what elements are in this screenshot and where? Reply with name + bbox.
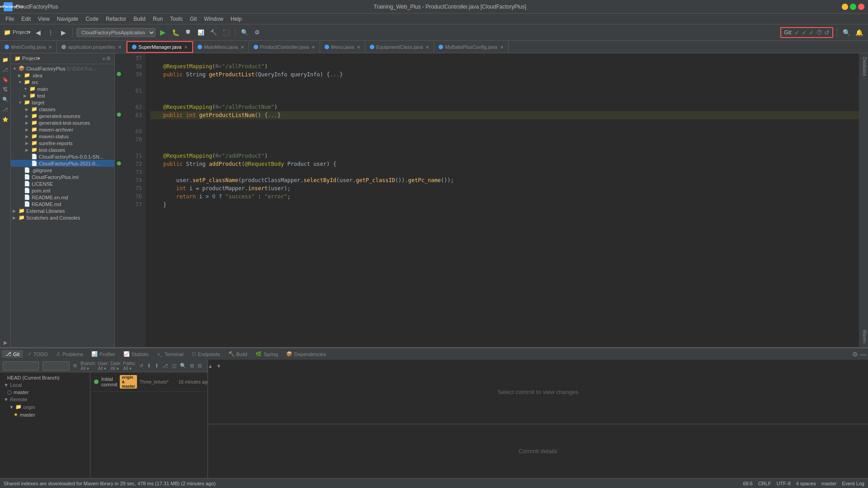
profile-button[interactable]: 📊 (195, 27, 206, 38)
app-selector[interactable]: CloudFactoryPlusApplication (76, 28, 156, 37)
tab-supermanager[interactable]: SuperManager.java ✕ (127, 41, 193, 53)
git-search-log[interactable]: 🔍 (179, 362, 188, 369)
toolbar-notification-btn[interactable]: 🔔 (854, 27, 864, 38)
menu-help[interactable]: Help (227, 15, 245, 23)
right-tab-maven[interactable]: Maven (859, 326, 868, 347)
git-commit-view[interactable]: ◫ (170, 362, 178, 369)
branch-local-header[interactable]: ▼ Local (0, 381, 90, 389)
git-push[interactable]: ⬆ (153, 362, 160, 369)
tab-close-supermanager[interactable]: ✕ (184, 45, 188, 50)
menu-build[interactable]: Build (130, 15, 149, 23)
bottom-tab-endpoints[interactable]: ⬡ Endpoints (188, 350, 224, 358)
menu-window[interactable]: Window (200, 15, 227, 23)
status-crlf[interactable]: CRLF (758, 481, 771, 486)
menu-view[interactable]: View (34, 15, 53, 23)
branch-remote-master[interactable]: ★ master (0, 411, 90, 418)
bottom-tab-terminal[interactable]: >_ Terminal (153, 351, 187, 358)
tab-application-properties[interactable]: application.properties ✕ (57, 41, 127, 53)
git-panel-minimize[interactable]: — (860, 351, 866, 358)
tree-src[interactable]: ▼ 📁 src (11, 79, 114, 85)
menu-navigate[interactable]: Navigate (53, 15, 82, 23)
tree-readme[interactable]: ▶ 📄 README.md (11, 201, 114, 207)
git-check-btn-1[interactable]: ✓ (794, 29, 800, 36)
git-clock-btn[interactable]: ⏱ (816, 29, 822, 36)
side-icon-bookmark[interactable]: 🔖 (1, 75, 10, 84)
stop-button[interactable]: ⬛ (221, 27, 231, 38)
tree-surefire-reports[interactable]: ▶ 📁 surefire-reports (11, 140, 114, 146)
tab-mybatisplusconfig[interactable]: MyBatisPlusConfig.java ✕ (434, 41, 509, 53)
tree-test[interactable]: ▶ 📁 test (11, 92, 114, 99)
side-icon-more[interactable]: ▶ (1, 338, 10, 347)
branch-head-current[interactable]: HEAD (Current Branch) (0, 374, 90, 381)
tab-close-properties[interactable]: ✕ (118, 45, 122, 50)
menu-refactor[interactable]: Refactor (102, 15, 130, 23)
git-branch-view[interactable]: ⎇ (161, 362, 170, 369)
tree-pom[interactable]: ▶ 📄 pom.xml (11, 187, 114, 194)
tab-productcontroller[interactable]: ProductController.java ✕ (249, 41, 320, 53)
git-refresh-log[interactable]: ↺ (138, 362, 145, 369)
tree-generated-test-sources[interactable]: ▶ 📁 generated-test-sources (11, 119, 114, 126)
git-layout[interactable]: ⊟ (196, 362, 203, 369)
side-icon-git[interactable]: ⎇ (1, 105, 10, 114)
coverage-button[interactable]: ⛊ (183, 27, 193, 38)
tree-scratches[interactable]: ▶ 📁 Scratches and Consoles (11, 214, 114, 221)
tree-readme-en[interactable]: ▶ 📄 README.en.md (11, 194, 114, 201)
tab-menu[interactable]: Menu.java ✕ (320, 41, 365, 53)
status-indent[interactable]: 4 spaces (796, 481, 816, 486)
menu-git[interactable]: Git (186, 15, 200, 23)
tree-maven-status[interactable]: ▶ 📁 maven-status (11, 133, 114, 140)
tab-close-equipmentclass[interactable]: ✕ (425, 45, 429, 50)
toolbar-nav-back[interactable]: ◀ (33, 27, 43, 38)
git-commit-filter[interactable] (42, 361, 70, 371)
git-filter-settings[interactable]: ⚙ (71, 362, 79, 369)
tree-classes[interactable]: ▶ 📁 classes (11, 106, 114, 113)
side-icon-project[interactable]: 📁 (1, 55, 10, 64)
bottom-tab-profiler[interactable]: 📊 Profiler (88, 350, 119, 358)
tree-external-libraries[interactable]: ▶ 📁 External Libraries (11, 207, 114, 214)
tree-iml[interactable]: ▶ 📄 CloudFactoryPlus.iml (11, 174, 114, 180)
toolbar-search-btn[interactable]: 🔍 (841, 27, 852, 38)
right-tab-database[interactable]: Database (859, 53, 868, 80)
side-icon-commit[interactable]: ⎇ (1, 65, 10, 74)
editor-code[interactable]: @RequestMapping(®✓"/allProduct") public … (146, 53, 859, 347)
bottom-tab-todo[interactable]: ✓ TODO (24, 350, 52, 358)
git-branch-search[interactable] (3, 361, 39, 371)
commit-item-0[interactable]: Initial commit origin & master Three_kni… (90, 372, 208, 392)
toolbar-nav-forward[interactable]: ▶ (58, 27, 69, 38)
git-fetch[interactable]: ⬇ (146, 362, 152, 369)
tree-root[interactable]: ▼ 📦 CloudFactoryPlus D:\IDEA\Trai... (11, 65, 114, 72)
side-icon-search[interactable]: 🔍 (1, 95, 10, 104)
tab-close-productcontroller[interactable]: ✕ (311, 45, 315, 50)
build-button[interactable]: 🔨 (208, 27, 219, 38)
tree-gitignore[interactable]: ▶ 📄 .gitignore (11, 167, 114, 174)
menu-file[interactable]: File (2, 15, 18, 23)
maximize-button[interactable] (850, 4, 856, 10)
tab-close-mainmenu[interactable]: ✕ (241, 45, 244, 50)
tree-test-classes[interactable]: ▶ 📁 test-classes (11, 146, 114, 153)
branch-origin-header[interactable]: ▼ 📁 origin (0, 403, 90, 411)
tree-target[interactable]: ▼ 📁 target (11, 99, 114, 106)
branch-local-master[interactable]: ◯ master (0, 389, 90, 396)
tree-license[interactable]: ▶ 📄 LICENSE (11, 180, 114, 187)
tree-jar1[interactable]: ▶ 📄 CloudFactoryPlus-0.0.1-SN... (11, 153, 114, 160)
tab-webconfig[interactable]: WebConfig.java ✕ (0, 41, 57, 53)
tree-jar2[interactable]: ▶ 📄 CloudFactoryPlus-2021-0... (11, 160, 114, 167)
side-icon-favorites[interactable]: ⭐ (1, 115, 10, 124)
status-charset[interactable]: UTF-8 (777, 481, 791, 486)
event-log-link[interactable]: Event Log (842, 481, 864, 486)
bottom-tab-spring[interactable]: 🌿 Spring (252, 350, 282, 358)
bottom-tab-statistic[interactable]: 📈 Statistic (120, 350, 153, 358)
tree-maven-archiver[interactable]: ▶ 📁 maven-archiver (11, 126, 114, 133)
bottom-tab-problems[interactable]: ⚠ Problems (52, 350, 87, 358)
close-button[interactable] (858, 4, 864, 10)
debug-button[interactable]: 🐛 (170, 27, 181, 38)
project-selector[interactable]: 📁 Project▾ (4, 29, 31, 36)
toolbar-search-everywhere[interactable]: 🔍 (239, 27, 250, 38)
toolbar-settings[interactable]: ⚙ (252, 27, 263, 38)
menu-edit[interactable]: Edit (18, 15, 34, 23)
code-content-area[interactable]: ⬤ ⬤ ⬤ 37 38 39 61 62 (115, 53, 859, 347)
tab-close-mybatisplus[interactable]: ✕ (500, 45, 504, 50)
tree-idea[interactable]: ▶ 📁 .idea (11, 72, 114, 79)
run-button[interactable]: ▶ (157, 27, 168, 38)
branch-remote-header[interactable]: ▼ Remote (0, 396, 90, 403)
